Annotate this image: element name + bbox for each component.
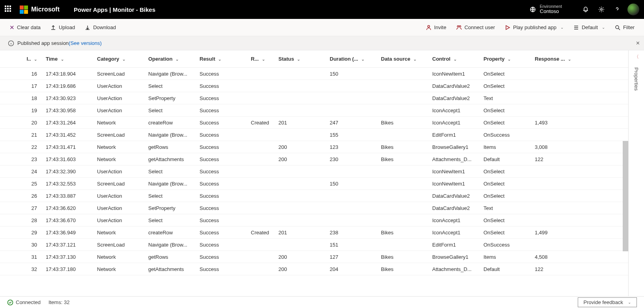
table-header: I.. ⌄ Time ⌄ Category ⌄ Operation ⌄ Resu… bbox=[0, 50, 628, 68]
table-row[interactable]: 2217:43:31.471NetworkgetRowsSuccess20012… bbox=[0, 141, 628, 153]
table-row[interactable]: 2017:43:31.264NetworkcreateRowSuccessCre… bbox=[0, 117, 628, 129]
cell-ctrl: IconAccept1 bbox=[430, 108, 481, 113]
cell-cat: UserAction bbox=[95, 169, 146, 174]
upload-icon bbox=[50, 24, 56, 31]
table-row[interactable]: 2817:43:36.670UserActionSelectSuccessIco… bbox=[0, 214, 628, 226]
cell-ctrl: DataCardValue2 bbox=[430, 193, 481, 199]
table-row[interactable]: 1817:43:30.923UserActionSetPropertySucce… bbox=[0, 92, 628, 104]
settings-button[interactable] bbox=[594, 2, 609, 17]
cell-time: 17:43:31.603 bbox=[43, 156, 95, 162]
connect-user-button[interactable]: Connect user bbox=[456, 24, 495, 31]
filter-icon bbox=[614, 24, 621, 31]
table-row[interactable]: 1917:43:30.958UserActionSelectSuccessIco… bbox=[0, 104, 628, 117]
cell-dur: 230 bbox=[327, 156, 379, 162]
default-dropdown[interactable]: Default ⌄ bbox=[573, 24, 605, 31]
cell-prop: OnSuccess bbox=[481, 132, 532, 138]
clear-data-button[interactable]: ✕ Clear data bbox=[9, 24, 41, 31]
table-row[interactable]: 2517:43:32.553ScreenLoadNavigate (Brow..… bbox=[0, 178, 628, 190]
col-category[interactable]: Category ⌄ bbox=[95, 56, 146, 62]
table-body[interactable]: 1617:43:18.904ScreenLoadNavigate (Brow..… bbox=[0, 68, 628, 296]
info-bar: Published app session (See versions) ✕ bbox=[0, 36, 644, 50]
cell-time: 17:43:37.180 bbox=[43, 266, 95, 272]
cell-id: 19 bbox=[16, 108, 43, 113]
cell-id: 21 bbox=[16, 132, 43, 138]
cell-op: Select bbox=[146, 83, 197, 89]
table-row[interactable]: 2917:43:36.949NetworkcreateRowSuccessCre… bbox=[0, 226, 628, 239]
cell-cat: UserAction bbox=[95, 217, 146, 223]
table-row[interactable]: 2317:43:31.603NetworkgetAttachmentsSucce… bbox=[0, 153, 628, 165]
col-id[interactable]: I.. ⌄ bbox=[16, 56, 43, 62]
col-status[interactable]: Status ⌄ bbox=[276, 56, 327, 62]
play-app-button[interactable]: Play published app ⌄ bbox=[504, 24, 564, 31]
environment-picker[interactable]: Environment Contoso bbox=[530, 4, 562, 14]
list-icon bbox=[573, 24, 579, 31]
cell-status: 201 bbox=[276, 120, 327, 126]
cell-op: getRows bbox=[146, 254, 197, 260]
table-row[interactable]: 2617:43:33.887UserActionSelectSuccessDat… bbox=[0, 190, 628, 202]
avatar[interactable] bbox=[627, 4, 639, 15]
table-row[interactable]: 3117:43:37.130NetworkgetRowsSuccess20012… bbox=[0, 251, 628, 263]
cell-prop: OnSuccess bbox=[481, 242, 532, 248]
cell-ds: Bikes bbox=[379, 156, 430, 162]
cell-time: 17:43:37.130 bbox=[43, 254, 95, 260]
table-row[interactable]: 3217:43:37.180NetworkgetAttachmentsSucce… bbox=[0, 263, 628, 275]
gear-icon bbox=[598, 6, 605, 13]
cell-op: Navigate (Brow... bbox=[146, 242, 197, 248]
col-operation[interactable]: Operation ⌄ bbox=[146, 56, 197, 62]
expand-properties-button[interactable]: 〈 bbox=[634, 54, 639, 60]
table-row[interactable]: 3017:43:37.121ScreenLoadNavigate (Brow..… bbox=[0, 239, 628, 251]
col-result[interactable]: Result ⌄ bbox=[197, 56, 248, 62]
cell-cat: Network bbox=[95, 230, 146, 236]
cell-time: 17:43:31.452 bbox=[43, 132, 95, 138]
cell-time: 17:43:33.887 bbox=[43, 193, 95, 199]
cell-prop: OnSelect bbox=[481, 71, 532, 77]
see-versions-link[interactable]: (See versions) bbox=[69, 40, 102, 46]
table-row[interactable]: 1617:43:18.904ScreenLoadNavigate (Brow..… bbox=[0, 68, 628, 80]
table-row[interactable]: 2117:43:31.452ScreenLoadNavigate (Brow..… bbox=[0, 129, 628, 141]
col-datasource[interactable]: Data source ⌄ bbox=[379, 56, 430, 62]
cell-op: SetProperty bbox=[146, 205, 197, 211]
properties-pane: 〈 Properties bbox=[628, 50, 644, 296]
cell-op: Select bbox=[146, 108, 197, 113]
events-table: I.. ⌄ Time ⌄ Category ⌄ Operation ⌄ Resu… bbox=[0, 50, 628, 296]
cell-res: Success bbox=[197, 242, 248, 248]
cell-ctrl: IconAccept1 bbox=[430, 217, 481, 223]
play-app-label: Play published app bbox=[513, 24, 556, 30]
status-bar: Connected Items: 32 Provide feedback ⌄ bbox=[0, 296, 644, 308]
download-button[interactable]: Download bbox=[84, 24, 116, 31]
table-row[interactable]: 2417:43:32.390UserActionSelectSuccessIco… bbox=[0, 165, 628, 178]
col-control[interactable]: Control ⌄ bbox=[430, 56, 481, 62]
col-response[interactable]: Response ... ⌄ bbox=[532, 56, 580, 62]
cell-op: Navigate (Brow... bbox=[146, 132, 197, 138]
col-time[interactable]: Time ⌄ bbox=[43, 56, 95, 62]
table-row[interactable]: 2717:43:36.620UserActionSetPropertySucce… bbox=[0, 202, 628, 214]
filter-button[interactable]: Filter bbox=[614, 24, 635, 31]
chevron-down-icon: ⌄ bbox=[262, 57, 265, 61]
cell-ds: Bikes bbox=[379, 120, 430, 126]
scrollbar-thumb[interactable] bbox=[623, 141, 628, 251]
feedback-label: Provide feedback bbox=[584, 299, 623, 305]
cell-time: 17:43:30.923 bbox=[43, 95, 95, 101]
col-rx[interactable]: R... ⌄ bbox=[248, 56, 276, 62]
cell-resp: 122 bbox=[532, 156, 580, 162]
col-property[interactable]: Property ⌄ bbox=[481, 56, 532, 62]
help-button[interactable] bbox=[609, 2, 625, 17]
cell-res: Success bbox=[197, 156, 248, 162]
cell-prop: Default bbox=[481, 266, 532, 272]
upload-button[interactable]: Upload bbox=[50, 24, 75, 31]
chevron-down-icon: ⌄ bbox=[61, 57, 64, 61]
cell-cat: UserAction bbox=[95, 108, 146, 113]
cell-ctrl: DataCardValue2 bbox=[430, 83, 481, 89]
waffle-icon[interactable] bbox=[5, 6, 13, 13]
close-infobar-button[interactable]: ✕ bbox=[636, 40, 640, 46]
provide-feedback-button[interactable]: Provide feedback ⌄ bbox=[578, 297, 637, 307]
invite-button[interactable]: Invite bbox=[426, 24, 446, 31]
notifications-button[interactable] bbox=[578, 2, 594, 17]
cell-prop: Items bbox=[481, 254, 532, 260]
col-duration[interactable]: Duration (... ⌄ bbox=[327, 56, 379, 62]
microsoft-logo[interactable]: Microsoft bbox=[20, 6, 60, 14]
cell-prop: OnSelect bbox=[481, 83, 532, 89]
chevron-down-icon: ⌄ bbox=[508, 57, 511, 61]
table-row[interactable]: 1717:43:19.686UserActionSelectSuccessDat… bbox=[0, 80, 628, 92]
cell-cat: UserAction bbox=[95, 95, 146, 101]
